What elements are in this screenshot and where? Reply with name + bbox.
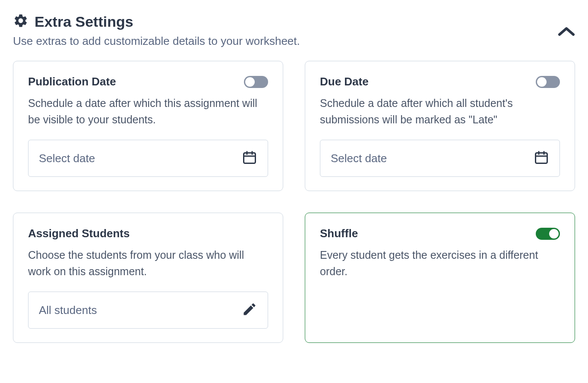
shuffle-card: Shuffle Every student gets the exercises…: [305, 213, 575, 343]
card-header: Publication Date: [28, 75, 268, 88]
publication-date-input[interactable]: Select date: [28, 140, 268, 177]
assigned-students-desc: Choose the students from your class who …: [28, 247, 268, 279]
publication-date-desc: Schedule a date after which this assignm…: [28, 95, 268, 128]
title-row: Extra Settings: [13, 13, 558, 30]
due-date-input[interactable]: Select date: [320, 140, 560, 177]
assigned-students-card: Assigned Students Choose the students fr…: [13, 213, 283, 343]
due-date-placeholder: Select date: [331, 152, 387, 165]
publication-date-title: Publication Date: [28, 75, 116, 88]
due-date-toggle[interactable]: [536, 76, 560, 88]
svg-rect-4: [536, 153, 547, 163]
card-header: Due Date: [320, 75, 560, 88]
pencil-icon: [242, 301, 257, 319]
chevron-up-icon: [558, 32, 575, 39]
section-subtitle: Use extras to add customizable details t…: [13, 35, 558, 48]
calendar-icon: [534, 150, 549, 167]
card-header: Shuffle: [320, 227, 560, 240]
due-date-desc: Schedule a date after which all student'…: [320, 95, 560, 128]
publication-date-card: Publication Date Schedule a date after w…: [13, 61, 283, 191]
svg-rect-0: [244, 153, 256, 163]
calendar-icon: [242, 150, 257, 167]
assigned-students-value: All students: [39, 304, 97, 317]
shuffle-toggle[interactable]: [536, 228, 560, 240]
shuffle-desc: Every student gets the exercises in a di…: [320, 247, 560, 279]
collapse-toggle[interactable]: [558, 26, 575, 40]
section-header: Extra Settings Use extras to add customi…: [13, 13, 575, 48]
settings-grid: Publication Date Schedule a date after w…: [13, 61, 575, 343]
toggle-knob: [537, 77, 547, 87]
card-header: Assigned Students: [28, 227, 268, 240]
shuffle-title: Shuffle: [320, 227, 358, 240]
section-title: Extra Settings: [35, 13, 133, 30]
assigned-students-input[interactable]: All students: [28, 292, 268, 329]
publication-date-placeholder: Select date: [39, 152, 95, 165]
gear-icon: [13, 13, 28, 30]
due-date-title: Due Date: [320, 75, 369, 88]
toggle-knob: [549, 229, 559, 239]
header-left: Extra Settings Use extras to add customi…: [13, 13, 558, 48]
assigned-students-title: Assigned Students: [28, 227, 130, 240]
publication-date-toggle[interactable]: [244, 76, 268, 88]
toggle-knob: [245, 77, 255, 87]
due-date-card: Due Date Schedule a date after which all…: [305, 61, 575, 191]
